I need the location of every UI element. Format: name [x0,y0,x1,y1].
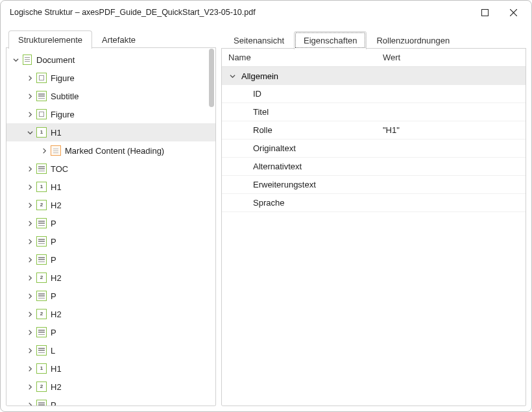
tree-item[interactable]: 2H2 [6,378,215,396]
h1-icon: 1 [36,363,47,374]
scrollbar-thumb[interactable] [209,49,214,107]
chevron-right-icon[interactable] [25,93,35,99]
property-row[interactable]: Originaltext [222,139,526,158]
scrollbar[interactable] [208,49,215,405]
tab-strukturelemente[interactable]: Strukturelemente [8,30,92,49]
property-row[interactable]: Rolle"H1" [222,121,526,139]
tree-item[interactable]: TOC [6,160,215,178]
property-name: Alternativtext [222,162,378,171]
col-value: Wert [378,53,526,62]
chevron-right-icon[interactable] [25,239,35,245]
figure-icon [36,73,47,83]
tab-artefakte[interactable]: Artefakte [92,30,145,49]
tree-item-label: P [51,237,56,247]
text-icon [36,291,47,301]
tree-item[interactable]: L [6,341,215,359]
chevron-right-icon[interactable] [25,221,35,226]
h2-icon: 2 [36,273,47,283]
app-window: Logische Struktur – axesPDF_Guide_DE_Qui… [0,0,532,412]
tree-item[interactable]: P [6,287,215,305]
content-area: StrukturelementeArtefakte DocumentFigure… [1,24,531,411]
chevron-right-icon[interactable] [25,202,35,208]
chevron-right-icon[interactable] [25,275,35,281]
chevron-down-icon[interactable] [10,57,21,63]
property-row[interactable]: Erweiterungstext [222,176,526,194]
text-icon [36,327,47,337]
chevron-right-icon[interactable] [25,348,35,354]
tree-item-label: H2 [51,309,62,319]
property-name: ID [222,89,378,99]
text-icon [36,164,47,174]
tab-seitenansicht[interactable]: Seitenansicht [224,31,294,49]
tree-item-label: Figure [51,110,75,119]
text-icon [36,254,47,265]
chevron-right-icon[interactable] [25,184,35,190]
close-button[interactable] [499,3,527,22]
chevron-right-icon[interactable] [25,384,35,390]
h2-icon: 2 [36,309,47,319]
tree-item[interactable]: Figure [6,69,215,87]
tree-item[interactable]: 1H1 [6,359,215,378]
property-list: IDTitelRolle"H1"OriginaltextAlternativte… [222,85,526,212]
tree-item[interactable]: 2H2 [6,196,215,214]
tree-item-label: P [51,400,56,406]
property-name: Sprache [222,198,378,208]
chevron-down-icon[interactable] [25,130,35,136]
tree-item[interactable]: Marked Content (Heading) [6,141,215,160]
tree-item[interactable]: 2H2 [6,305,215,323]
maximize-button[interactable] [470,3,499,22]
tree-item-label: P [51,328,56,337]
property-row[interactable]: Alternativtext [222,158,526,176]
property-name: Titel [222,107,378,117]
tree-item[interactable]: Subtitle [6,87,215,105]
property-value: "H1" [378,125,526,135]
chevron-right-icon[interactable] [25,257,35,263]
tree-item[interactable]: P [6,396,215,406]
structure-tree[interactable]: DocumentFigureSubtitleFigure1H1Marked Co… [6,48,215,406]
left-tabs: StrukturelementeArtefakte [6,28,216,48]
tree-item[interactable]: Document [6,51,215,69]
text-icon [36,345,47,356]
text-icon [36,91,47,101]
chevron-right-icon[interactable] [39,148,49,154]
tree-item[interactable]: 2H2 [6,269,215,287]
property-row[interactable]: Sprache [222,194,526,212]
properties-header: Name Wert [222,49,526,67]
chevron-right-icon[interactable] [25,166,35,172]
tree-item[interactable]: P [6,214,215,232]
right-pane: Name Wert Allgemein IDTitelRolle"H1"Orig… [221,49,526,406]
chevron-right-icon[interactable] [25,293,35,299]
tree-item[interactable]: P [6,323,215,341]
tree-item[interactable]: Figure [6,105,215,123]
chevron-right-icon[interactable] [25,402,35,406]
property-row[interactable]: ID [222,85,526,103]
tree-item-label: H1 [51,182,62,192]
tree-item-label: H2 [51,382,62,392]
text-icon [36,236,47,247]
tree-item[interactable]: P [6,250,215,269]
chevron-down-icon[interactable] [227,73,237,79]
property-name: Rolle [222,125,378,135]
tree-item[interactable]: P [6,232,215,250]
document-icon [22,55,32,65]
property-name: Originaltext [222,143,378,153]
tab-rollenzuordnungen[interactable]: Rollenzuordnungen [367,31,459,49]
tree-item-label: H2 [51,273,62,283]
chevron-right-icon[interactable] [25,330,35,335]
tab-eigenschaften[interactable]: Eigenschaften [294,31,367,49]
property-name: Erweiterungstext [222,180,378,189]
chevron-right-icon[interactable] [25,75,35,81]
chevron-right-icon[interactable] [25,112,35,117]
chevron-right-icon[interactable] [25,311,35,317]
tree-item[interactable]: 1H1 [6,178,215,196]
tree-item-label: Figure [51,73,75,83]
tree-item[interactable]: 1H1 [6,123,215,141]
text-icon [36,400,47,406]
title-bar: Logische Struktur – axesPDF_Guide_DE_Qui… [1,1,531,24]
property-group[interactable]: Allgemein [222,67,526,85]
window-title: Logische Struktur – axesPDF_Guide_DE_Qui… [10,8,470,17]
h1-icon: 1 [36,127,47,138]
chevron-right-icon[interactable] [25,366,35,372]
tree-item-label: P [51,255,56,265]
property-row[interactable]: Titel [222,103,526,121]
